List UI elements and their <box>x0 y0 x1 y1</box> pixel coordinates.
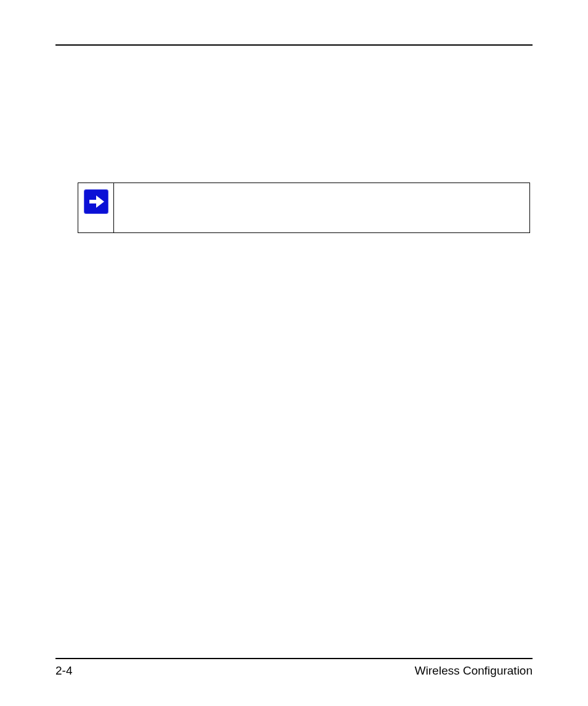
footer-rule <box>55 658 533 659</box>
note-callout-box <box>78 183 530 233</box>
page-number: 2-4 <box>55 665 72 676</box>
arrow-right-icon <box>84 189 108 214</box>
note-icon-cell <box>78 183 114 232</box>
page-footer: 2-4 Wireless Configuration <box>55 665 533 676</box>
header-rule <box>55 44 533 46</box>
section-title: Wireless Configuration <box>415 665 533 676</box>
note-content <box>114 183 529 232</box>
